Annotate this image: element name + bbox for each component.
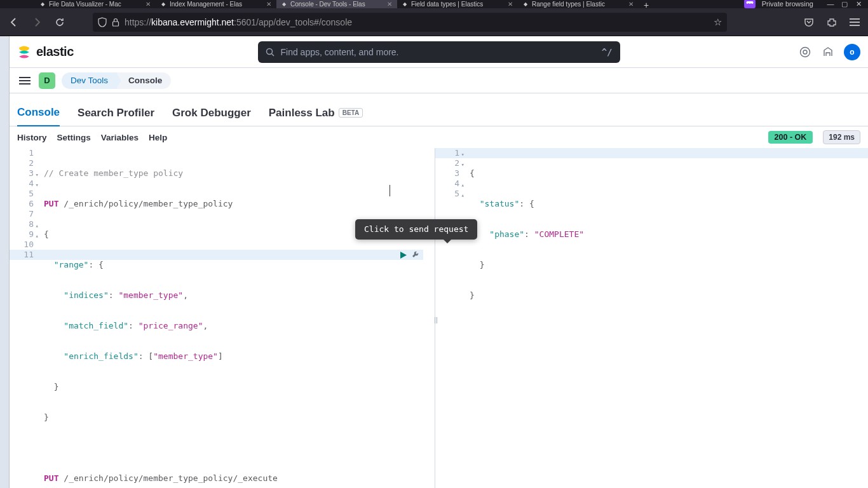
svg-point-6 <box>801 47 810 57</box>
private-browsing-icon <box>744 0 756 8</box>
response-status-badge: 200 - OK <box>768 131 813 144</box>
new-tab-button[interactable]: + <box>639 0 654 8</box>
tab-title: File Data Visualizer - Mac <box>49 1 143 8</box>
nav-back-button[interactable] <box>5 13 23 31</box>
window-minimize-icon[interactable]: — <box>826 0 835 8</box>
response-timing: 192 ms <box>823 130 860 144</box>
space-selector[interactable]: D <box>39 72 55 89</box>
url-text: https://kibana.evermight.net:5601/app/de… <box>125 17 709 27</box>
nav-toggle-button[interactable] <box>17 73 32 88</box>
nav-reload-button[interactable] <box>51 13 69 31</box>
request-options-button[interactable] <box>411 250 421 260</box>
toolbar-history[interactable]: History <box>17 133 47 142</box>
breadcrumb: Dev Tools Console <box>62 68 171 93</box>
global-search[interactable]: ^/ <box>258 41 620 63</box>
response-gutter: 1▾ 2▾ 3 4▴ 5▴ <box>435 148 466 199</box>
bookmark-star-icon[interactable]: ☆ <box>714 17 722 28</box>
toolbar-variables[interactable]: Variables <box>101 133 139 142</box>
tab-console[interactable]: Console <box>17 101 60 126</box>
tab-favicon: ◆ <box>159 1 167 8</box>
browser-tab-strip: ◆ File Data Visualizer - Mac ✕ ◆ Index M… <box>0 0 868 8</box>
browser-tab[interactable]: ◆ File Data Visualizer - Mac ✕ <box>35 0 156 8</box>
svg-point-7 <box>803 50 807 54</box>
tab-grok-debugger[interactable]: Grok Debugger <box>172 102 251 126</box>
tab-search-profiler[interactable]: Search Profiler <box>78 102 154 126</box>
svg-rect-1 <box>850 18 860 20</box>
request-editor[interactable]: 1 2 3▾ 4▾ 5 6 7 8▴ 9▴ 10 11 // Create me… <box>10 148 435 488</box>
elastic-wordmark: elastic <box>36 44 74 59</box>
tab-favicon: ◆ <box>39 1 46 8</box>
tab-close-icon[interactable]: ✕ <box>628 1 635 8</box>
nav-forward-button[interactable] <box>28 13 46 31</box>
fold-icon[interactable]: ▾ <box>36 170 39 180</box>
fold-icon[interactable]: ▾ <box>36 180 39 190</box>
text-cursor <box>390 185 390 196</box>
fold-icon[interactable]: ▴ <box>461 180 465 190</box>
send-request-button[interactable] <box>399 251 407 259</box>
pocket-icon[interactable] <box>801 14 817 30</box>
elastic-logo[interactable]: elastic <box>17 44 74 59</box>
browser-tab[interactable]: ◆ Range field types | Elastic ✕ <box>518 0 639 8</box>
breadcrumb-console: Console <box>117 72 171 89</box>
devtools-sections: Console Search Profiler Grok Debugger Pa… <box>10 93 868 126</box>
tab-favicon: ◆ <box>522 1 529 8</box>
global-search-input[interactable] <box>281 47 602 57</box>
user-avatar[interactable]: o <box>844 44 860 60</box>
window-maximize-icon[interactable]: ▢ <box>840 0 849 8</box>
left-edge-sliver <box>0 36 10 488</box>
editor-panes: || 1 2 3▾ 4▾ 5 6 7 8▴ 9▴ 10 11 // Create… <box>10 148 868 488</box>
tab-favicon: ◆ <box>280 1 288 8</box>
app-menu-icon[interactable] <box>846 14 863 30</box>
pane-splitter[interactable]: || <box>434 313 438 326</box>
browser-tab[interactable]: ◆ Field data types | Elastics ✕ <box>397 0 518 8</box>
tab-title: Range field types | Elastic <box>532 1 626 8</box>
tab-close-icon[interactable]: ✕ <box>387 1 393 8</box>
tab-close-icon[interactable]: ✕ <box>146 1 152 8</box>
fold-icon[interactable]: ▾ <box>461 159 465 170</box>
fold-icon[interactable]: ▴ <box>36 231 39 241</box>
browser-toolbar: https://kibana.evermight.net:5601/app/de… <box>0 8 868 36</box>
beta-badge: BETA <box>339 108 363 118</box>
kibana-header: elastic ^/ o <box>10 36 868 68</box>
svg-rect-2 <box>850 22 860 23</box>
svg-point-4 <box>266 48 272 54</box>
response-viewer[interactable]: 1▾ 2▾ 3 4▴ 5▴ { "status": { "phase": "CO… <box>435 148 868 488</box>
request-gutter: 1 2 3▾ 4▾ 5 6 7 8▴ 9▴ 10 11 <box>10 148 40 260</box>
newsfeed-icon[interactable] <box>821 45 835 59</box>
tab-painless-lab[interactable]: Painless Lab BETA <box>269 102 363 126</box>
tab-title: Index Management - Elas <box>170 1 264 8</box>
svg-line-5 <box>271 53 274 56</box>
tracking-shield-icon[interactable] <box>98 17 107 27</box>
request-code[interactable]: // Create member_type policy PUT /_enric… <box>44 148 435 488</box>
browser-tab-active[interactable]: ◆ Console - Dev Tools - Elas ✕ <box>276 0 397 8</box>
svg-rect-0 <box>113 22 119 26</box>
fold-icon[interactable]: ▴ <box>36 220 39 231</box>
toolbar-help[interactable]: Help <box>149 133 167 142</box>
send-request-tooltip: Click to send request <box>355 219 477 240</box>
tab-close-icon[interactable]: ✕ <box>508 1 514 8</box>
toolbar-settings[interactable]: Settings <box>57 133 91 142</box>
extensions-icon[interactable] <box>824 14 840 30</box>
elastic-mark-icon <box>17 45 31 59</box>
search-shortcut-hint: ^/ <box>602 47 613 57</box>
lock-icon[interactable] <box>112 18 119 27</box>
breadcrumb-devtools[interactable]: Dev Tools <box>62 72 117 89</box>
console-toolbar: History Settings Variables Help 200 - OK… <box>10 126 868 148</box>
private-browsing-label: Private browsing <box>762 0 813 8</box>
browser-tab[interactable]: ◆ Index Management - Elas ✕ <box>156 0 276 8</box>
response-code: { "status": { "phase": "COMPLETE" } } <box>470 148 868 321</box>
svg-rect-3 <box>850 25 860 26</box>
url-bar[interactable]: https://kibana.evermight.net:5601/app/de… <box>93 13 727 32</box>
tab-favicon: ◆ <box>401 1 409 8</box>
help-icon[interactable] <box>798 45 812 59</box>
tab-title: Field data types | Elastics <box>411 1 505 8</box>
breadcrumb-row: D Dev Tools Console <box>10 68 868 93</box>
search-icon <box>266 48 275 57</box>
fold-icon[interactable]: ▾ <box>461 149 465 159</box>
tab-title: Console - Dev Tools - Elas <box>290 1 384 8</box>
fold-icon[interactable]: ▴ <box>461 190 465 200</box>
tab-close-icon[interactable]: ✕ <box>266 1 273 8</box>
window-close-icon[interactable]: ✕ <box>854 0 863 8</box>
